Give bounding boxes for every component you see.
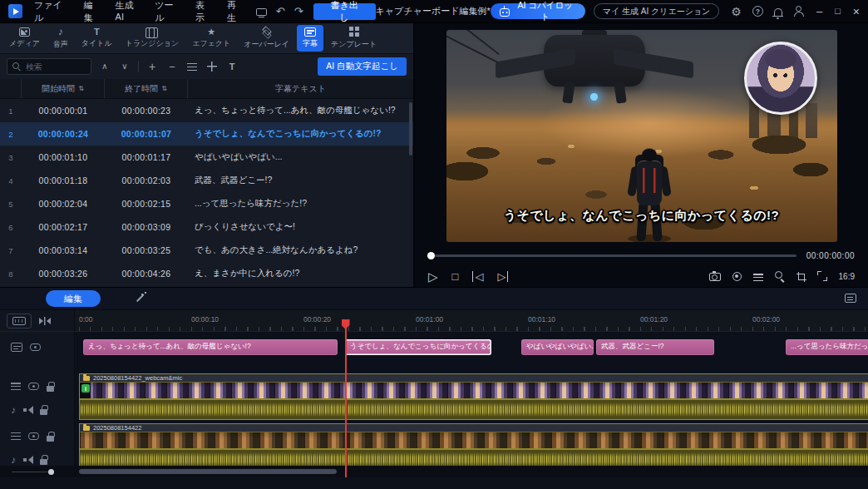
add-subtitle-icon[interactable]	[145, 60, 159, 73]
subtitle-text-cell[interactable]: でも、あの大きさ...絶対なんかあるよね?	[188, 244, 413, 256]
start-time-cell[interactable]: 00:00:02:04	[22, 199, 105, 209]
magic-wand-icon[interactable]	[136, 292, 146, 303]
audio-clip-webcam-mic[interactable]	[79, 399, 868, 420]
undo-icon[interactable]	[276, 6, 285, 17]
start-time-cell[interactable]: 00:00:00:01	[22, 106, 105, 116]
header-end-time[interactable]: 終了時間	[105, 79, 188, 98]
track-options-icon[interactable]	[845, 294, 856, 303]
subtitle-row[interactable]: 8 00:00:03:26 00:00:04:26 え、まさか中に入れるの!?	[0, 262, 413, 285]
zoom-fit-icon[interactable]	[775, 271, 785, 281]
end-time-cell[interactable]: 00:00:01:07	[105, 129, 188, 139]
eye-visibility-icon[interactable]	[28, 432, 39, 440]
ai-transcribe-button[interactable]: AI 自動文字起こし	[318, 57, 407, 76]
menu-file[interactable]: ファイル	[34, 0, 70, 24]
header-subtitle-text[interactable]: 字幕テキスト	[188, 79, 413, 98]
webcam-overlay[interactable]	[744, 42, 817, 115]
menu-generative-ai[interactable]: 生成AI	[116, 0, 141, 24]
subtitle-clip[interactable]: ...って思ったら味方だった!?	[786, 339, 868, 355]
my-ai-creations-button[interactable]: マイ 生成 AI クリエーション	[594, 3, 720, 19]
tab-audio[interactable]: 音声	[47, 24, 74, 52]
maximize-button[interactable]	[835, 7, 841, 16]
export-button[interactable]: 書き出し	[313, 3, 376, 20]
subtitle-clip[interactable]: 武器、武器どこー!?	[596, 339, 714, 355]
subtitle-text-cell[interactable]: 武器、武器どこー!?	[188, 175, 413, 186]
seek-bar[interactable]	[428, 254, 796, 257]
end-time-cell[interactable]: 00:00:00:23	[105, 106, 188, 116]
settings-gear-icon[interactable]	[731, 6, 742, 17]
subtitle-track-lane[interactable]: えっ、ちょっと待って...あれ、敵の母艦じゃない!? うそでしょ、なんでこっちに…	[75, 338, 868, 356]
subtitle-text-cell[interactable]: え、まさか中に入れるの!?	[188, 268, 413, 279]
start-time-cell[interactable]: 00:00:01:10	[22, 152, 105, 162]
subtitle-clip-selected[interactable]: うそでしょ、なんでこっちに向かってくるの!?	[345, 339, 491, 355]
previous-frame-button[interactable]	[472, 271, 483, 282]
table-scrollbar[interactable]	[409, 102, 412, 156]
subtitle-overlay[interactable]: うそでしょ、なんでこっちに向かってくるの!?	[446, 208, 837, 224]
help-icon[interactable]: ?	[752, 6, 763, 17]
speaker-mute-icon[interactable]	[23, 406, 32, 414]
subtitle-row[interactable]: 5 00:00:02:04 00:00:02:15 ...って思ったら味方だった…	[0, 192, 413, 215]
menu-view[interactable]: 表示	[195, 0, 213, 24]
transform-move-icon[interactable]	[207, 62, 217, 72]
remove-subtitle-icon[interactable]	[165, 60, 179, 73]
menu-tools[interactable]: ツール	[155, 0, 181, 24]
subtitle-row[interactable]: 3 00:00:01:10 00:00:01:17 やばいやばいやばい...	[0, 146, 413, 169]
lock-icon[interactable]	[40, 459, 47, 465]
subtitle-row[interactable]: 1 00:00:00:01 00:00:00:23 えっ、ちょっと待って...あ…	[0, 99, 413, 122]
end-time-cell[interactable]: 00:00:03:25	[105, 245, 188, 255]
aspect-ratio-selector[interactable]: 16:9	[839, 272, 855, 281]
search-input[interactable]	[24, 62, 86, 72]
subtitle-row[interactable]: 6 00:00:02:17 00:00:03:09 びっくりさせないでよ〜!	[0, 215, 413, 239]
tab-titles[interactable]: タイトル	[76, 25, 118, 52]
start-time-cell[interactable]: 00:00:00:24	[22, 129, 105, 139]
split-clip-icon[interactable]	[39, 317, 51, 325]
search-box[interactable]	[7, 58, 91, 75]
subtitle-text-cell[interactable]: えっ、ちょっと待って...あれ、敵の母艦じゃない!?	[188, 105, 413, 116]
edit-tab-button[interactable]: 編集	[46, 290, 101, 307]
close-button[interactable]	[853, 6, 860, 17]
tab-templates[interactable]: テンプレート	[325, 24, 382, 52]
zoom-slider-track[interactable]	[12, 472, 48, 473]
time-ruler[interactable]: 0:00 00:00:10 00:00:20 00:01:00 00:01:10…	[75, 310, 868, 332]
subtitle-text-cell[interactable]: うそでしょ、なんでこっちに向かってくるの!?	[188, 128, 413, 140]
prev-subtitle-icon[interactable]	[98, 60, 111, 73]
tab-media[interactable]: メディア	[3, 25, 46, 52]
scrollbar-thumb[interactable]	[79, 469, 337, 474]
menu-play[interactable]: 再生	[227, 0, 244, 24]
end-time-cell[interactable]: 00:00:02:15	[105, 199, 188, 209]
video-clip-capture[interactable]: 20250808154422	[79, 423, 868, 449]
lock-icon[interactable]	[47, 436, 54, 442]
sort-icon[interactable]	[161, 86, 167, 92]
stop-button[interactable]	[452, 271, 459, 282]
subtitle-row-selected[interactable]: 2 00:00:00:24 00:00:01:07 うそでしょ、なんでこっちに向…	[0, 122, 413, 146]
webcam-thumbnail-strip[interactable]: i	[79, 382, 868, 399]
video-track-1-lane[interactable]: 20250808154422_webcam&mic i	[75, 373, 868, 399]
minimize-button[interactable]	[816, 6, 822, 17]
menu-edit[interactable]: 編集	[84, 0, 101, 24]
subtitle-text-cell[interactable]: びっくりさせないでよ〜!	[188, 221, 413, 233]
lock-icon[interactable]	[40, 409, 47, 415]
zoom-slider-handle[interactable]	[48, 469, 54, 475]
end-time-cell[interactable]: 00:00:03:09	[105, 222, 188, 232]
subtitle-row[interactable]: 7 00:00:03:14 00:00:03:25 でも、あの大きさ...絶対な…	[0, 239, 413, 262]
merge-subtitles-icon[interactable]	[187, 63, 197, 71]
tab-transitions[interactable]: トランジション	[120, 25, 185, 52]
subtitle-row[interactable]: 4 00:00:01:18 00:00:02:03 武器、武器どこー!?	[0, 169, 413, 192]
start-time-cell[interactable]: 00:00:03:26	[22, 269, 105, 279]
keyboard-shortcuts-button[interactable]	[7, 314, 32, 328]
eye-visibility-icon[interactable]	[28, 383, 39, 390]
video-preview[interactable]: うそでしょ、なんでこっちに向かってくるの!?	[446, 30, 837, 242]
video-track-2-lane[interactable]: 20250808154422	[75, 423, 868, 449]
end-time-cell[interactable]: 00:00:04:26	[105, 269, 188, 279]
subtitle-clip[interactable]: やばいやばいやばい...	[521, 339, 594, 355]
start-time-cell[interactable]: 00:00:01:18	[22, 175, 105, 185]
end-time-cell[interactable]: 00:00:02:03	[105, 175, 188, 185]
track-menu-icon[interactable]	[11, 432, 21, 440]
gameplay-thumbnail-strip[interactable]	[79, 432, 868, 449]
timeline-tracks[interactable]: 0:00 00:00:10 00:00:20 00:01:00 00:01:10…	[75, 310, 868, 477]
subtitle-clip[interactable]: えっ、ちょっと待って...あれ、敵の母艦じゃない!?	[83, 339, 338, 355]
fullscreen-icon[interactable]	[817, 271, 827, 281]
next-subtitle-icon[interactable]	[118, 60, 131, 73]
tab-effects[interactable]: エフェクト	[186, 25, 236, 52]
next-frame-button[interactable]	[497, 271, 508, 282]
track-menu-icon[interactable]	[11, 383, 21, 390]
